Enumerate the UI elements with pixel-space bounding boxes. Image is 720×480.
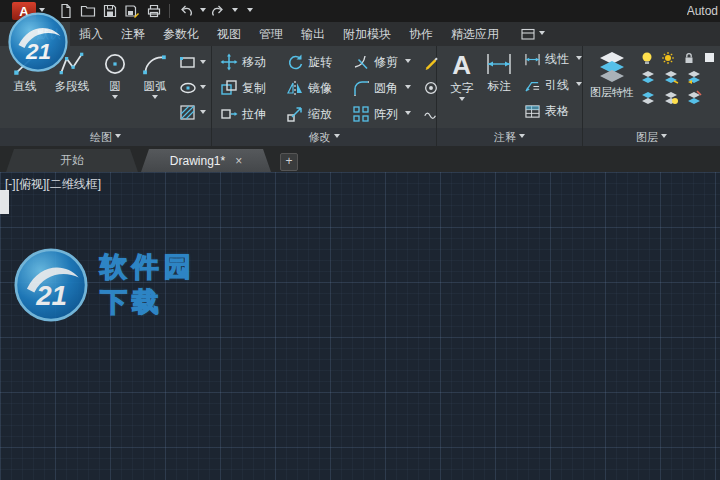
layer-make-current-button[interactable] [640, 69, 656, 85]
trim-label: 修剪 [374, 54, 398, 71]
ellipse-button[interactable] [179, 78, 206, 98]
table-button[interactable]: 表格 [524, 98, 582, 124]
ribbon-tab-manage[interactable]: 管理 [250, 22, 292, 46]
autocad-window: A [0, 0, 720, 480]
fillet-icon [352, 79, 370, 97]
panel-modify-strip[interactable]: 修改 [212, 128, 436, 146]
viewport-controls[interactable]: [-][俯视][二维线框] [5, 176, 101, 193]
line-label: 直线 [14, 80, 37, 93]
hatch-icon [179, 104, 197, 122]
array-icon [352, 105, 370, 123]
text-label: 文字 [450, 82, 473, 95]
drawing-canvas[interactable]: [-][俯视][二维线框] 21 软件园 下载 [0, 172, 720, 480]
color-swatch-icon [703, 51, 717, 65]
dimension-button[interactable]: 标注 [481, 46, 519, 128]
mirror-icon [286, 79, 304, 97]
title-bar: A [0, 0, 720, 22]
trim-caret-icon [405, 59, 411, 66]
panel-annotate-caret-icon [519, 134, 525, 141]
stretch-label: 拉伸 [242, 106, 266, 123]
circle-button[interactable]: 圆 [97, 46, 133, 128]
stretch-button[interactable]: 拉伸 [218, 101, 284, 127]
redo-caret-icon[interactable] [232, 8, 238, 15]
start-tab[interactable]: 开始 [6, 149, 138, 172]
layer-match-button[interactable] [663, 69, 679, 85]
toolbar-separator [169, 4, 170, 18]
text-button[interactable]: A 文字 [443, 46, 481, 128]
layer-freeze-button[interactable] [661, 51, 675, 65]
leader-button[interactable]: 引线 [524, 72, 582, 98]
start-tab-label: 开始 [60, 152, 84, 169]
redo-button[interactable] [207, 1, 228, 21]
rotate-icon [286, 53, 304, 71]
mirror-button[interactable]: 镜像 [284, 75, 350, 101]
layer-isolate-button[interactable] [640, 89, 656, 105]
arc-button[interactable]: 圆弧 [133, 46, 177, 128]
hatch-button[interactable] [179, 103, 206, 123]
layer-properties-button[interactable]: 图层特性 [588, 46, 636, 128]
move-button[interactable]: 移动 [218, 49, 284, 75]
ribbon-display-toggle[interactable] [520, 22, 545, 46]
ribbon-tab-output[interactable]: 输出 [292, 22, 334, 46]
leader-caret-icon [576, 82, 582, 89]
save-button[interactable] [99, 1, 120, 21]
ellipse-icon [179, 79, 197, 97]
move-icon [220, 53, 238, 71]
array-button[interactable]: 阵列 [350, 101, 422, 127]
bulb-icon [640, 51, 654, 65]
layer-off-button[interactable] [686, 89, 702, 105]
save-as-icon [124, 3, 140, 19]
copy-icon [220, 79, 238, 97]
fillet-label: 圆角 [374, 80, 398, 97]
layer-lock-button[interactable] [682, 51, 696, 65]
fillet-button[interactable]: 圆角 [350, 75, 422, 101]
move-label: 移动 [242, 54, 266, 71]
scale-button[interactable]: 缩放 [284, 101, 350, 127]
ribbon-tab-parametric[interactable]: 参数化 [154, 22, 208, 46]
rotate-button[interactable]: 旋转 [284, 49, 350, 75]
copy-button[interactable]: 复制 [218, 75, 284, 101]
ribbon-tab-collaborate[interactable]: 协作 [400, 22, 442, 46]
drawing1-tab[interactable]: Drawing1* × [141, 149, 271, 172]
printer-icon [146, 3, 162, 19]
ribbon-tab-annotate[interactable]: 注释 [112, 22, 154, 46]
watermark-text-line1: 软件园 [100, 251, 196, 284]
watermark-canvas: 21 软件园 下载 [14, 248, 196, 322]
panel-layers-strip[interactable]: 图层 [583, 128, 720, 146]
rectangle-button[interactable] [179, 53, 206, 73]
panel-modify: 移动 旋转 修剪 [212, 46, 437, 146]
ribbon-tab-add-ins[interactable]: 附加模块 [334, 22, 400, 46]
panel-annotate-label: 注释 [494, 130, 516, 145]
linear-dimension-icon [524, 52, 541, 67]
redo-icon [210, 3, 226, 19]
layer-on-button[interactable] [640, 51, 654, 65]
panel-draw-strip[interactable]: 绘图 [0, 128, 211, 146]
drawing1-tab-label: Drawing1* [170, 154, 225, 168]
panel-annotate-strip[interactable]: 注释 [437, 128, 582, 146]
linear-dimension-button[interactable]: 线性 [524, 46, 582, 72]
ribbon-tab-view[interactable]: 视图 [208, 22, 250, 46]
close-icon[interactable]: × [235, 154, 242, 168]
open-button[interactable] [77, 1, 98, 21]
rotate-label: 旋转 [308, 54, 332, 71]
rectangle-icon [179, 54, 197, 72]
text-a-icon: A [452, 50, 471, 80]
undo-caret-icon[interactable] [200, 8, 206, 15]
ribbon-panel-icon [520, 27, 536, 42]
save-as-button[interactable] [121, 1, 142, 21]
linear-caret-icon [576, 56, 582, 63]
ribbon-tab-featured-apps[interactable]: 精选应用 [442, 22, 508, 46]
layer-color-button[interactable] [703, 51, 717, 65]
ribbon-tab-insert[interactable]: 插入 [70, 22, 112, 46]
layer-unisolate-button[interactable] [663, 89, 679, 105]
ribbon-tab-bar: 默认 插入 注释 参数化 视图 管理 输出 附加模块 协作 精选应用 [0, 22, 720, 46]
hatch-caret-icon [200, 110, 206, 117]
undo-button[interactable] [175, 1, 196, 21]
qat-more-caret-icon[interactable] [247, 8, 253, 15]
panel-layers-label: 图层 [636, 130, 658, 145]
trim-button[interactable]: 修剪 [350, 49, 422, 75]
layer-stack-icon [596, 50, 628, 84]
layer-previous-button[interactable] [686, 69, 702, 85]
plot-button[interactable] [143, 1, 164, 21]
new-drawing-tab-button[interactable]: + [280, 153, 298, 171]
